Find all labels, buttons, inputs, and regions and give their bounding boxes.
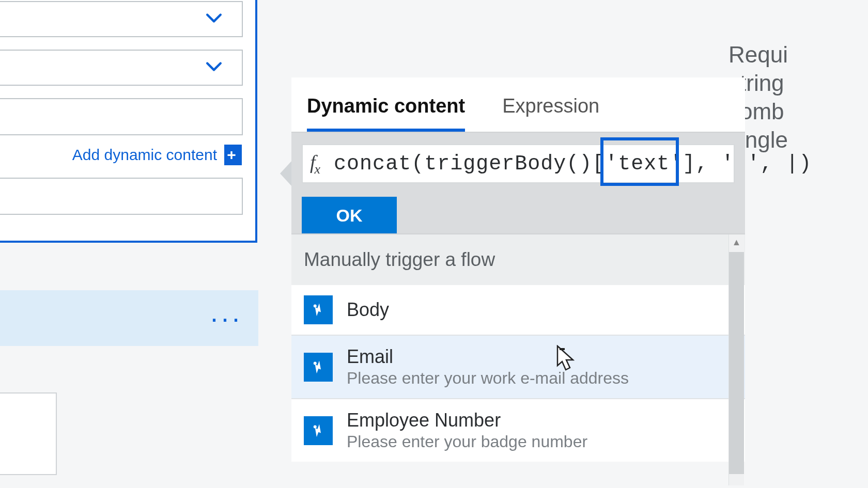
ok-button[interactable]: OK [302, 197, 397, 234]
chevron-down-icon [203, 55, 225, 81]
field-row-1[interactable] [0, 1, 243, 37]
expression-text: concat(triggerBody()['text'], ' ', |) [334, 152, 812, 176]
svg-point-0 [314, 305, 317, 308]
suggestion-title: Body [347, 299, 389, 321]
flyout-tabs: Dynamic content Expression [291, 77, 745, 133]
expression-input[interactable]: fx concat(triggerBody()['text'], ' ', |) [302, 144, 735, 183]
function-tooltip: strin Requi string comb single [729, 0, 868, 154]
expression-toolbar: fx concat(triggerBody()['text'], ' ', |)… [291, 133, 745, 247]
field-row-4[interactable] [0, 178, 243, 215]
lower-card: e [0, 392, 57, 475]
action-step-card: Add dynamic content + [0, 0, 257, 243]
trigger-icon [304, 353, 333, 382]
flyout-pointer [280, 160, 292, 187]
field-row-2[interactable] [0, 50, 243, 86]
trigger-icon [304, 295, 333, 324]
collapsed-step-bar[interactable]: ··· [0, 290, 258, 346]
suggestion-title: Email [347, 346, 629, 368]
suggestion-item-employee-number[interactable]: Employee Number Please enter your badge … [291, 399, 745, 462]
suggestions-header: Manually trigger a flow [291, 234, 745, 285]
svg-point-2 [314, 425, 317, 428]
suggestion-item-body[interactable]: Body [291, 285, 745, 336]
svg-point-1 [314, 361, 317, 365]
fx-icon: fx [310, 151, 319, 177]
dynamic-content-flyout: Dynamic content Expression fx concat(tri… [291, 77, 745, 247]
trigger-icon [304, 416, 333, 445]
scrollbar[interactable]: ▲ [729, 234, 744, 485]
suggestions-panel: Manually trigger a flow Body Email Pleas… [291, 233, 745, 462]
tab-expression[interactable]: Expression [502, 90, 599, 132]
scroll-up-icon[interactable]: ▲ [729, 234, 744, 250]
tab-dynamic-content[interactable]: Dynamic content [307, 90, 465, 132]
plus-icon: + [224, 145, 242, 165]
chevron-down-icon [203, 6, 225, 33]
suggestion-desc: Please enter your work e-mail address [347, 369, 629, 388]
add-dynamic-content-link[interactable]: Add dynamic content + [0, 145, 242, 165]
suggestion-title: Employee Number [347, 410, 587, 431]
scroll-thumb[interactable] [729, 252, 744, 474]
add-dynamic-content-label: Add dynamic content [72, 146, 217, 164]
suggestion-desc: Please enter your badge number [347, 432, 587, 451]
field-row-3[interactable] [0, 98, 243, 135]
suggestion-item-email[interactable]: Email Please enter your work e-mail addr… [291, 336, 745, 399]
